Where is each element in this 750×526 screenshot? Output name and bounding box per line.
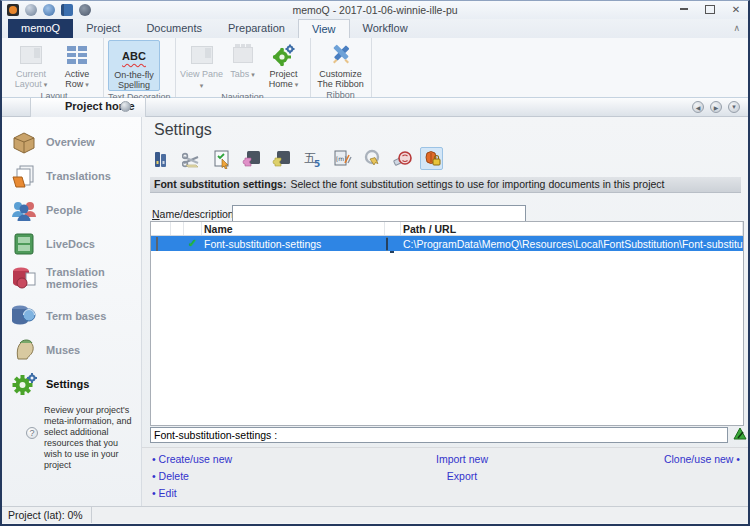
ribbon-group-layout: Current Layout Active Row Layout (5, 38, 104, 97)
tabs-button[interactable]: Tabs (226, 40, 260, 80)
tab-view[interactable]: View (298, 19, 350, 38)
box-icon (10, 129, 38, 155)
people-icon (10, 197, 38, 223)
local-resource-icon (386, 237, 388, 251)
name-description-input[interactable] (232, 205, 526, 222)
muse-head-icon (10, 337, 38, 363)
customize-ribbon-button[interactable]: Customize The Ribbon (315, 40, 367, 89)
row-path: C:\ProgramData\MemoQ\Resources\Local\Fon… (401, 238, 743, 250)
maximize-button[interactable] (702, 2, 718, 16)
collapse-ribbon-icon[interactable]: ∧ (733, 23, 740, 33)
category-description-band: Font substitution settings:Select the fo… (150, 177, 741, 193)
ignore-lists-icon[interactable] (390, 147, 413, 170)
layout-pane-icon (20, 42, 42, 68)
import-new-link[interactable]: Import new (402, 453, 522, 465)
sidebar-item-people[interactable]: People (2, 193, 141, 227)
tm-database-icon (10, 265, 38, 291)
crossed-pencils-icon (329, 42, 353, 68)
nav-dropdown-icon[interactable]: ▼ (728, 101, 740, 113)
table-row[interactable]: ✓ Font-substitution-settings C:\ProgramD… (151, 236, 743, 251)
current-layout-button[interactable]: Current Layout (9, 40, 53, 90)
sidebar: Overview Translations People (2, 117, 142, 506)
settings-gear-icon (10, 371, 38, 397)
ribbon: Current Layout Active Row Layout ABC On-… (2, 38, 748, 98)
commands-area: Create/use new Delete Edit Properties Im… (142, 447, 748, 506)
export-link[interactable]: Export (402, 470, 522, 482)
non-translatable-lists-icon[interactable]: [m] (330, 147, 353, 170)
cabinet-icon (10, 231, 38, 257)
band-title: Font substitution settings: (154, 178, 286, 190)
documents-icon (10, 163, 38, 189)
sidebar-item-settings[interactable]: Settings (2, 367, 141, 401)
ribbon-group-navigation: View Pane Tabs (176, 38, 311, 97)
page-title: Settings (154, 121, 212, 139)
tab-documents[interactable]: Documents (133, 19, 215, 38)
help-question-icon: ? (26, 427, 38, 439)
auto-translation-rules-icon[interactable]: 五5 (300, 147, 323, 170)
svg-text:[m]: [m] (336, 155, 347, 162)
tab-project[interactable]: Project (73, 19, 133, 38)
svg-text:5: 5 (314, 159, 320, 169)
tabs-icon (233, 42, 253, 68)
segmentation-rules-icon[interactable] (180, 147, 203, 170)
tab-memoq[interactable]: memoQ (8, 19, 73, 38)
nav-back-icon[interactable]: ◀ (692, 101, 704, 113)
clone-use-new-link[interactable]: Clone/use new (664, 453, 740, 465)
window-title: memoQ - 2017-01-06-winnie-ille-pu (2, 4, 748, 16)
livedocs-settings-icon[interactable] (270, 147, 293, 170)
tab-workflow[interactable]: Workflow (350, 19, 421, 38)
tab-preparation[interactable]: Preparation (215, 19, 298, 38)
ribbon-group-ribbon: Customize The Ribbon Ribbon (311, 38, 372, 97)
minimize-button[interactable] (676, 2, 692, 16)
sidebar-item-muses[interactable]: Muses (2, 333, 141, 367)
table-header: Name Path / URL (151, 222, 743, 236)
abc-spellcheck-icon: ABC (122, 43, 146, 69)
view-pane-button[interactable]: View Pane (180, 40, 224, 91)
edit-link[interactable]: Edit (152, 487, 232, 499)
tm-settings-icon[interactable] (240, 147, 263, 170)
settings-pane: Settings 五5 (142, 117, 748, 506)
sidebar-item-livedocs[interactable]: LiveDocs (2, 227, 141, 261)
project-home-button[interactable]: Project Home (262, 40, 306, 90)
selected-resource-input[interactable] (150, 427, 728, 443)
termbase-database-icon (10, 303, 38, 329)
row-checkbox[interactable] (156, 237, 158, 251)
create-use-new-link[interactable]: Create/use new (152, 453, 232, 465)
sidebar-item-translations[interactable]: Translations (2, 159, 141, 193)
sidebar-item-translation-memories[interactable]: Translation memories (2, 261, 141, 295)
name-description-label: Name/description (152, 208, 234, 220)
export-path-rules-icon[interactable] (360, 147, 383, 170)
validate-icon[interactable] (733, 426, 748, 441)
settings-category-toolbar: 五5 [m] (150, 147, 443, 170)
status-bar: Project (lat): 0% (2, 506, 748, 523)
view-pane-icon (191, 42, 213, 68)
column-header-path[interactable]: Path / URL (401, 222, 743, 235)
band-text: Select the font substitution settings to… (290, 178, 664, 190)
check-icon: ✓ (188, 237, 197, 249)
settings-description: Review your project's meta-information, … (44, 405, 138, 471)
on-the-fly-spelling-button[interactable]: ABC On-the-fly Spelling (108, 40, 160, 91)
grid-rows-icon (67, 42, 87, 68)
close-button[interactable]: ✕ (728, 2, 744, 16)
app-window: memoQ - 2017-01-06-winnie-ille-pu ✕ memo… (0, 0, 750, 526)
sphere-icon[interactable] (120, 101, 131, 112)
font-substitution-icon[interactable] (420, 147, 443, 170)
ribbon-tab-strip: memoQ Project Documents Preparation View… (2, 19, 748, 38)
column-header-name[interactable]: Name (202, 222, 385, 235)
sidebar-item-term-bases[interactable]: Term bases (2, 299, 141, 333)
green-gear-icon (272, 42, 296, 68)
title-bar: memoQ - 2017-01-06-winnie-ille-pu ✕ (2, 1, 748, 19)
sidebar-item-overview[interactable]: Overview (2, 125, 141, 159)
qa-settings-icon[interactable] (210, 147, 233, 170)
nav-forward-icon[interactable]: ▶ (710, 101, 722, 113)
row-name: Font-substitution-settings (202, 238, 385, 250)
delete-link[interactable]: Delete (152, 470, 232, 482)
active-row-button[interactable]: Active Row (55, 40, 99, 90)
project-progress-status: Project (lat): 0% (2, 507, 92, 523)
general-settings-icon[interactable] (150, 147, 173, 170)
project-home-bar: Project home ◀ ▶ ▼ (2, 98, 748, 117)
resources-table: Name Path / URL ✓ Font-substitution-sett… (150, 221, 744, 426)
ribbon-group-text-decoration: ABC On-the-fly Spelling Text Decoration (104, 38, 176, 97)
